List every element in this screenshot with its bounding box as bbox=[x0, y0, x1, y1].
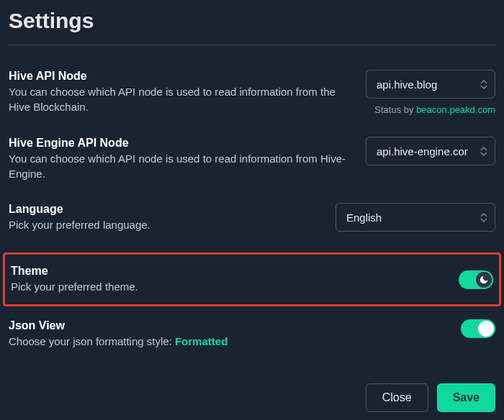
setting-hive-engine: Hive Engine API Node You can choose whic… bbox=[9, 129, 495, 196]
theme-desc: Pick your preferred theme. bbox=[11, 279, 447, 294]
hive-engine-select[interactable]: api.hive-engine.cor bbox=[366, 137, 495, 165]
setting-hive-api: Hive API Node You can choose which API n… bbox=[9, 63, 495, 129]
setting-text: Json View Choose your json formatting st… bbox=[9, 319, 461, 349]
hive-engine-desc: You can choose which API node is used to… bbox=[9, 151, 354, 181]
setting-control bbox=[459, 270, 493, 289]
save-button[interactable]: Save bbox=[437, 383, 495, 412]
setting-text: Language Pick your preferred language. bbox=[9, 203, 336, 232]
setting-control: English bbox=[336, 203, 495, 232]
setting-text: Hive Engine API Node You can choose whic… bbox=[9, 137, 366, 181]
footer: Close Save bbox=[9, 383, 495, 412]
theme-highlight: Theme Pick your preferred theme. bbox=[3, 252, 501, 306]
hive-api-status: Status by beacon.peakd.com bbox=[374, 104, 495, 115]
status-prefix: Status by bbox=[374, 104, 416, 115]
toggle-knob bbox=[478, 321, 494, 337]
json-view-value-link[interactable]: Formatted bbox=[175, 335, 228, 347]
json-view-label: Json View bbox=[9, 319, 449, 332]
chevron-updown-icon bbox=[480, 147, 487, 156]
hive-engine-label: Hive Engine API Node bbox=[9, 137, 354, 150]
language-desc: Pick your preferred language. bbox=[9, 217, 324, 232]
json-view-desc-prefix: Choose your json formatting style: bbox=[9, 335, 175, 347]
close-button[interactable]: Close bbox=[366, 383, 428, 412]
hive-api-label: Hive API Node bbox=[9, 70, 354, 83]
theme-toggle[interactable] bbox=[459, 270, 493, 289]
hive-engine-value: api.hive-engine.cor bbox=[377, 145, 468, 158]
setting-control bbox=[461, 319, 495, 338]
divider bbox=[9, 45, 495, 45]
json-view-desc: Choose your json formatting style: Forma… bbox=[9, 334, 449, 349]
json-view-toggle[interactable] bbox=[461, 319, 495, 338]
setting-text: Theme Pick your preferred theme. bbox=[11, 265, 459, 294]
chevron-updown-icon bbox=[480, 213, 487, 222]
setting-control: api.hive-engine.cor bbox=[366, 137, 495, 165]
hive-api-value: api.hive.blog bbox=[377, 78, 437, 91]
toggle-knob bbox=[476, 272, 492, 288]
moon-icon bbox=[479, 275, 489, 285]
page-title: Settings bbox=[9, 9, 495, 33]
setting-json-view: Json View Choose your json formatting st… bbox=[9, 312, 495, 363]
theme-label: Theme bbox=[11, 265, 447, 278]
setting-language: Language Pick your preferred language. E… bbox=[9, 196, 495, 247]
language-value: English bbox=[346, 211, 382, 224]
setting-text: Hive API Node You can choose which API n… bbox=[9, 70, 366, 114]
language-label: Language bbox=[9, 203, 324, 216]
status-link[interactable]: beacon.peakd.com bbox=[416, 104, 495, 115]
hive-api-select[interactable]: api.hive.blog bbox=[366, 70, 495, 99]
language-select[interactable]: English bbox=[336, 203, 495, 232]
setting-theme: Theme Pick your preferred theme. bbox=[11, 262, 493, 297]
hive-api-desc: You can choose which API node is used to… bbox=[9, 84, 354, 114]
chevron-updown-icon bbox=[480, 80, 487, 89]
setting-control: api.hive.blog Status by beacon.peakd.com bbox=[366, 70, 495, 115]
